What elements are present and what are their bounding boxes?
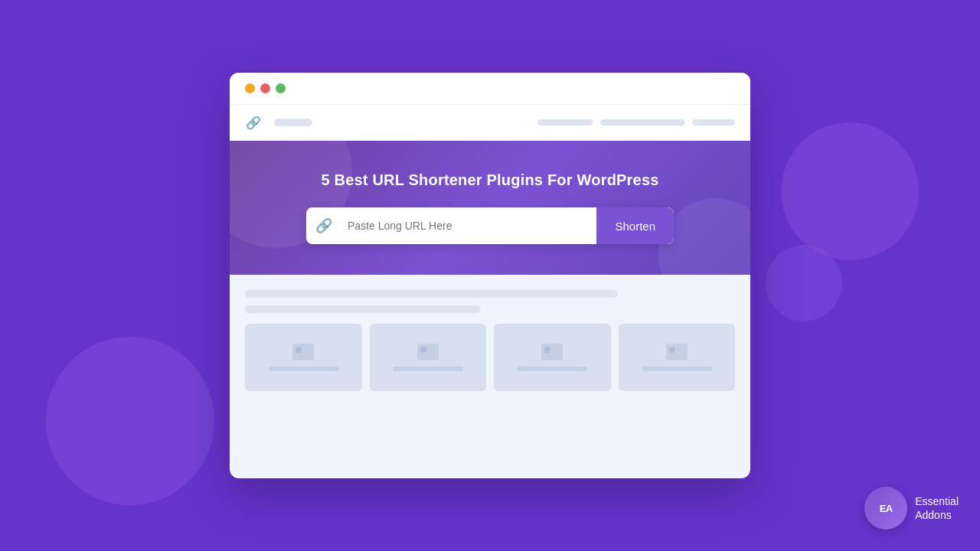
skeleton-line-1 [245, 290, 617, 298]
bg-circle-left [46, 337, 214, 505]
image-card-bar-3 [518, 367, 588, 371]
url-link-icon: 🔗 [306, 207, 341, 244]
image-placeholder-icon-2 [417, 344, 439, 360]
bg-circle-right-small [766, 245, 842, 321]
image-card-3 [494, 324, 611, 391]
shorten-button[interactable]: Shorten [596, 207, 674, 244]
ea-label-line1: Essential [915, 495, 959, 507]
image-card-1 [245, 324, 362, 391]
image-placeholder-icon-3 [541, 344, 563, 360]
nav-pill-1 [537, 119, 593, 126]
image-placeholder-icon-4 [666, 344, 688, 360]
ea-logo-text: EA [880, 503, 893, 514]
dot-red [260, 83, 270, 93]
dot-yellow [245, 83, 255, 93]
nav-pill-3 [692, 119, 735, 126]
nav-bar-placeholder [274, 119, 312, 126]
browser-navbar: 🔗 [230, 105, 750, 141]
url-input-row: 🔗 Shorten [306, 207, 674, 244]
nav-pill-2 [600, 119, 684, 126]
content-area [230, 275, 750, 409]
image-card-2 [370, 324, 487, 391]
ea-label-line2: Addons [915, 509, 951, 521]
link-icon: 🔗 [245, 114, 262, 131]
hero-title: 5 Best URL Shortener Plugins For WordPre… [321, 171, 658, 189]
dot-green [276, 83, 286, 93]
nav-pills-right [537, 119, 735, 126]
ea-logo: EA [864, 487, 907, 530]
hero-section: 5 Best URL Shortener Plugins For WordPre… [230, 141, 750, 275]
image-card-4 [619, 324, 736, 391]
image-card-bar-4 [642, 367, 712, 371]
image-card-bar-2 [393, 367, 463, 371]
bg-circle-right [781, 122, 919, 260]
browser-mockup: 🔗 5 Best URL Shortener Plugins For WordP… [230, 73, 750, 478]
skeleton-line-2 [245, 305, 480, 313]
image-card-bar-1 [269, 367, 339, 371]
image-grid [245, 324, 735, 402]
image-placeholder-icon-1 [292, 344, 314, 360]
browser-dots [245, 83, 286, 93]
ea-label: Essential Addons [915, 494, 959, 522]
url-input[interactable] [341, 207, 596, 244]
browser-topbar [230, 73, 750, 105]
ea-badge: EA Essential Addons [864, 487, 959, 530]
